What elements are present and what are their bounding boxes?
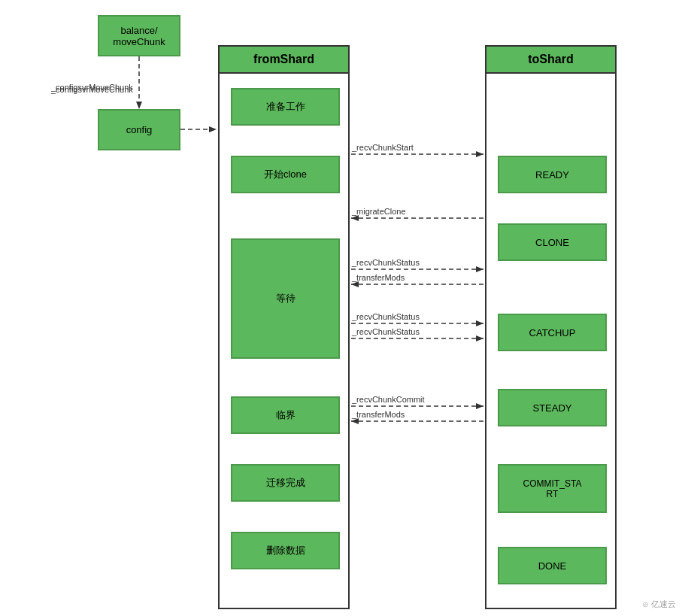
svg-marker-27 bbox=[351, 215, 359, 221]
svg-marker-39 bbox=[351, 418, 359, 424]
prepare-box: 准备工作 bbox=[231, 88, 340, 126]
svg-marker-25 bbox=[476, 151, 483, 157]
config-box: config bbox=[98, 109, 180, 150]
watermark: ⊙ 亿速云 bbox=[642, 599, 676, 610]
svg-marker-3 bbox=[209, 126, 217, 132]
svg-marker-37 bbox=[476, 403, 483, 409]
wait-box: 等待 bbox=[231, 238, 340, 359]
recv-chunk-status-3-label: _recvChunkStatus bbox=[352, 327, 420, 336]
migrate-clone-label: _migrateClone bbox=[352, 207, 406, 216]
svg-marker-31 bbox=[351, 281, 359, 287]
critical-box: 临界 bbox=[231, 396, 340, 434]
migrate-done-box: 迁移完成 bbox=[231, 464, 340, 502]
svg-marker-33 bbox=[476, 320, 483, 326]
svg-marker-35 bbox=[476, 335, 483, 341]
to-shard-column: toShard READY CLONE CATCHUP STEADY COMMI… bbox=[485, 45, 617, 609]
diagram: balance/ moveChunk config _configsvrMove… bbox=[0, 0, 685, 616]
start-clone-box: 开始clone bbox=[231, 156, 340, 193]
balance-movechunk-box: balance/ moveChunk bbox=[98, 15, 180, 56]
configsvr-label: _configsvrMoveChunk bbox=[51, 83, 133, 92]
done-box: DONE bbox=[498, 547, 607, 584]
recv-chunk-status-2-label: _recvChunkStatus bbox=[352, 312, 420, 321]
to-shard-header: toShard bbox=[486, 47, 615, 74]
from-shard-column: fromShard 准备工作 开始clone 等待 临界 迁移完成 删除数据 bbox=[218, 45, 350, 609]
steady-box: STEADY bbox=[498, 389, 607, 426]
recv-chunk-status-1-label: _recvChunkStatus bbox=[352, 258, 420, 267]
transfer-mods-2-label: _transferMods bbox=[352, 410, 405, 419]
recv-chunk-commit-label: _recvChunkCommit bbox=[352, 395, 425, 404]
ready-box: READY bbox=[498, 156, 607, 193]
svg-marker-29 bbox=[476, 266, 483, 272]
transfer-mods-1-label: _transferMods bbox=[352, 273, 405, 282]
clone-box: CLONE bbox=[498, 223, 607, 261]
recv-chunk-start-label: _recvChunkStart bbox=[352, 143, 414, 152]
catchup-box: CATCHUP bbox=[498, 314, 607, 351]
delete-data-box: 删除数据 bbox=[231, 532, 340, 569]
commit-start-box: COMMIT_START bbox=[498, 464, 607, 513]
from-shard-header: fromShard bbox=[220, 47, 348, 74]
svg-marker-1 bbox=[136, 102, 142, 109]
